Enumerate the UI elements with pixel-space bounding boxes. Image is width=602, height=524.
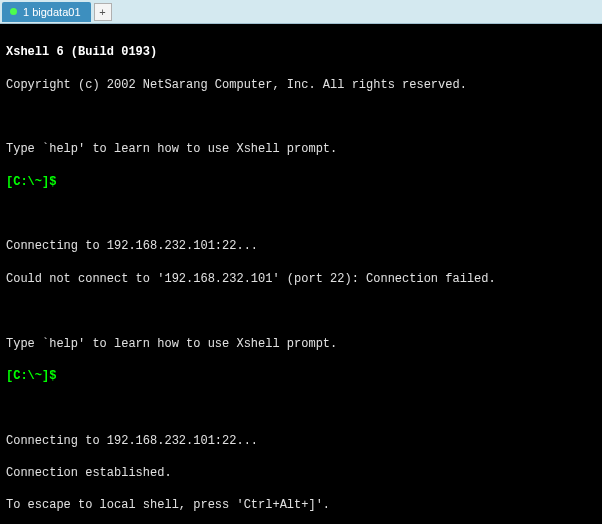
terminal[interactable]: Xshell 6 (Build 0193) Copyright (c) 2002…	[0, 24, 602, 524]
help-line: Type `help' to learn how to use Xshell p…	[6, 141, 596, 157]
connecting-line: Connecting to 192.168.232.101:22...	[6, 433, 596, 449]
tab-label: 1 bigdata01	[23, 6, 81, 18]
blank	[6, 206, 596, 222]
help-line: Type `help' to learn how to use Xshell p…	[6, 336, 596, 352]
prompt-text: [C:\~]$	[6, 175, 56, 189]
plus-icon: +	[99, 6, 105, 18]
local-prompt: [C:\~]$	[6, 368, 596, 384]
tabbar: 1 bigdata01 +	[0, 0, 602, 24]
blank	[6, 400, 596, 416]
status-dot-icon	[10, 8, 17, 15]
conn-fail-line: Could not connect to '192.168.232.101' (…	[6, 271, 596, 287]
blank	[6, 303, 596, 319]
prompt-text: [C:\~]$	[6, 369, 56, 383]
new-tab-button[interactable]: +	[94, 3, 112, 21]
tab-session[interactable]: 1 bigdata01	[2, 2, 91, 22]
local-prompt: [C:\~]$	[6, 174, 596, 190]
blank	[6, 109, 596, 125]
connecting-line: Connecting to 192.168.232.101:22...	[6, 238, 596, 254]
conn-est-line: Connection established.	[6, 465, 596, 481]
banner-line: Xshell 6 (Build 0193)	[6, 44, 596, 60]
copyright-line: Copyright (c) 2002 NetSarang Computer, I…	[6, 77, 596, 93]
escape-line: To escape to local shell, press 'Ctrl+Al…	[6, 497, 596, 513]
